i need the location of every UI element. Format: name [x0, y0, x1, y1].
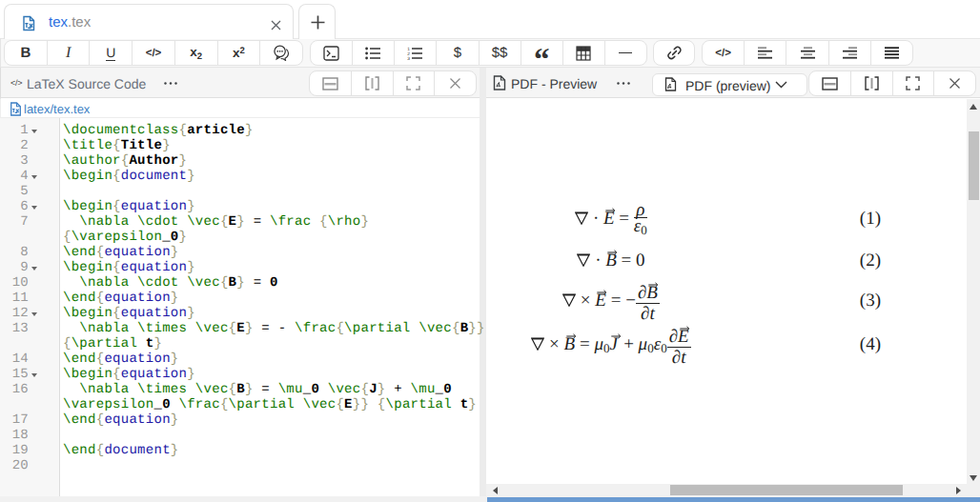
svg-text:3: 3	[408, 56, 411, 60]
